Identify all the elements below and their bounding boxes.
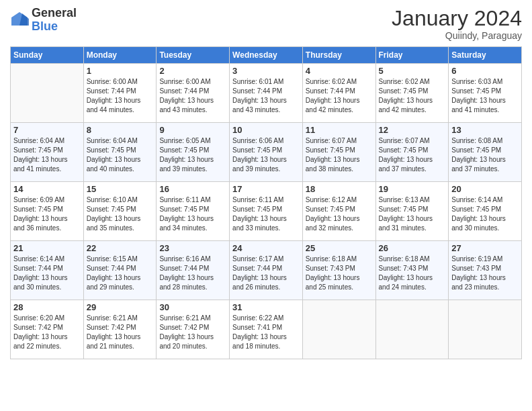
calendar-cell: 14Sunrise: 6:09 AMSunset: 7:45 PMDayligh… — [11, 182, 84, 241]
day-info: Sunrise: 6:22 AMSunset: 7:41 PMDaylight:… — [232, 314, 300, 351]
day-info: Sunrise: 6:10 AMSunset: 7:45 PMDaylight:… — [87, 195, 154, 233]
day-info: Sunrise: 6:11 AMSunset: 7:45 PMDaylight:… — [232, 195, 300, 233]
day-info: Sunrise: 6:06 AMSunset: 7:45 PMDaylight:… — [232, 136, 300, 174]
day-info: Sunrise: 6:11 AMSunset: 7:45 PMDaylight:… — [159, 195, 226, 233]
calendar-cell: 6Sunrise: 6:03 AMSunset: 7:45 PMDaylight… — [449, 64, 522, 123]
calendar-cell — [11, 64, 84, 123]
day-number: 30 — [159, 302, 226, 312]
calendar-cell: 16Sunrise: 6:11 AMSunset: 7:45 PMDayligh… — [157, 182, 230, 241]
calendar-cell: 2Sunrise: 6:00 AMSunset: 7:44 PMDaylight… — [157, 64, 230, 123]
calendar-cell: 12Sunrise: 6:07 AMSunset: 7:45 PMDayligh… — [375, 123, 449, 182]
day-number: 20 — [451, 184, 519, 194]
day-info: Sunrise: 6:21 AMSunset: 7:42 PMDaylight:… — [159, 314, 226, 351]
day-number: 7 — [13, 125, 81, 135]
day-number: 19 — [379, 184, 446, 194]
calendar-week-row: 21Sunrise: 6:14 AMSunset: 7:44 PMDayligh… — [11, 241, 522, 300]
calendar-cell: 19Sunrise: 6:13 AMSunset: 7:45 PMDayligh… — [375, 182, 449, 241]
day-info: Sunrise: 6:13 AMSunset: 7:45 PMDaylight:… — [379, 195, 446, 233]
logo-general: General — [32, 7, 77, 20]
day-info: Sunrise: 6:14 AMSunset: 7:45 PMDaylight:… — [451, 195, 519, 233]
day-number: 13 — [451, 125, 519, 135]
calendar-cell: 29Sunrise: 6:21 AMSunset: 7:42 PMDayligh… — [83, 300, 157, 359]
calendar-cell: 18Sunrise: 6:12 AMSunset: 7:45 PMDayligh… — [302, 182, 375, 241]
day-number: 27 — [451, 243, 519, 253]
day-number: 29 — [87, 302, 154, 312]
calendar-week-row: 7Sunrise: 6:04 AMSunset: 7:45 PMDaylight… — [11, 123, 522, 182]
calendar-cell: 5Sunrise: 6:02 AMSunset: 7:45 PMDaylight… — [375, 64, 449, 123]
calendar-cell: 28Sunrise: 6:20 AMSunset: 7:42 PMDayligh… — [11, 300, 84, 359]
day-number: 18 — [306, 184, 373, 194]
day-number: 6 — [451, 66, 519, 76]
calendar-week-row: 14Sunrise: 6:09 AMSunset: 7:45 PMDayligh… — [11, 182, 522, 241]
calendar-cell — [302, 300, 375, 359]
day-info: Sunrise: 6:07 AMSunset: 7:45 PMDaylight:… — [379, 136, 446, 174]
day-info: Sunrise: 6:07 AMSunset: 7:45 PMDaylight:… — [306, 136, 373, 174]
calendar-cell: 23Sunrise: 6:16 AMSunset: 7:44 PMDayligh… — [157, 241, 230, 300]
day-number: 22 — [87, 243, 154, 253]
day-info: Sunrise: 6:20 AMSunset: 7:42 PMDaylight:… — [13, 314, 81, 351]
month-title: January 2024 — [392, 7, 522, 30]
day-info: Sunrise: 6:18 AMSunset: 7:43 PMDaylight:… — [379, 255, 446, 292]
calendar-cell: 9Sunrise: 6:05 AMSunset: 7:45 PMDaylight… — [157, 123, 230, 182]
calendar-cell: 20Sunrise: 6:14 AMSunset: 7:45 PMDayligh… — [449, 182, 522, 241]
weekday-header-tuesday: Tuesday — [157, 47, 230, 64]
calendar-cell: 24Sunrise: 6:17 AMSunset: 7:44 PMDayligh… — [230, 241, 303, 300]
weekday-header-monday: Monday — [83, 47, 157, 64]
day-info: Sunrise: 6:15 AMSunset: 7:44 PMDaylight:… — [87, 255, 154, 292]
day-info: Sunrise: 6:01 AMSunset: 7:44 PMDaylight:… — [232, 77, 300, 115]
calendar-cell: 13Sunrise: 6:08 AMSunset: 7:45 PMDayligh… — [449, 123, 522, 182]
calendar-cell: 3Sunrise: 6:01 AMSunset: 7:44 PMDaylight… — [230, 64, 303, 123]
header: General Blue January 2024 Quiindy, Parag… — [10, 7, 522, 41]
day-number: 21 — [13, 243, 81, 253]
day-info: Sunrise: 6:17 AMSunset: 7:44 PMDaylight:… — [232, 255, 300, 292]
day-number: 25 — [306, 243, 373, 253]
day-number: 1 — [87, 66, 154, 76]
day-info: Sunrise: 6:14 AMSunset: 7:44 PMDaylight:… — [13, 255, 81, 292]
calendar-cell: 31Sunrise: 6:22 AMSunset: 7:41 PMDayligh… — [230, 300, 303, 359]
calendar-cell — [375, 300, 449, 359]
logo-icon — [10, 11, 29, 30]
day-info: Sunrise: 6:04 AMSunset: 7:45 PMDaylight:… — [13, 136, 81, 174]
calendar-cell: 26Sunrise: 6:18 AMSunset: 7:43 PMDayligh… — [375, 241, 449, 300]
day-info: Sunrise: 6:05 AMSunset: 7:45 PMDaylight:… — [159, 136, 226, 174]
day-info: Sunrise: 6:18 AMSunset: 7:43 PMDaylight:… — [306, 255, 373, 292]
calendar-cell: 17Sunrise: 6:11 AMSunset: 7:45 PMDayligh… — [230, 182, 303, 241]
day-info: Sunrise: 6:04 AMSunset: 7:45 PMDaylight:… — [87, 136, 154, 174]
day-info: Sunrise: 6:19 AMSunset: 7:43 PMDaylight:… — [451, 255, 519, 292]
calendar-cell: 25Sunrise: 6:18 AMSunset: 7:43 PMDayligh… — [302, 241, 375, 300]
calendar-week-row: 1Sunrise: 6:00 AMSunset: 7:44 PMDaylight… — [11, 64, 522, 123]
calendar-week-row: 28Sunrise: 6:20 AMSunset: 7:42 PMDayligh… — [11, 300, 522, 359]
calendar-cell: 21Sunrise: 6:14 AMSunset: 7:44 PMDayligh… — [11, 241, 84, 300]
weekday-header-wednesday: Wednesday — [230, 47, 303, 64]
weekday-header-thursday: Thursday — [302, 47, 375, 64]
day-number: 15 — [87, 184, 154, 194]
logo: General Blue — [10, 7, 77, 34]
calendar-cell: 30Sunrise: 6:21 AMSunset: 7:42 PMDayligh… — [157, 300, 230, 359]
day-info: Sunrise: 6:02 AMSunset: 7:44 PMDaylight:… — [306, 77, 373, 115]
logo-blue: Blue — [32, 20, 77, 34]
weekday-header-friday: Friday — [375, 47, 449, 64]
calendar-cell: 7Sunrise: 6:04 AMSunset: 7:45 PMDaylight… — [11, 123, 84, 182]
day-number: 17 — [232, 184, 300, 194]
day-number: 10 — [232, 125, 300, 135]
day-number: 23 — [159, 243, 226, 253]
day-number: 12 — [379, 125, 446, 135]
page: General Blue January 2024 Quiindy, Parag… — [0, 0, 532, 366]
day-info: Sunrise: 6:00 AMSunset: 7:44 PMDaylight:… — [87, 77, 154, 115]
calendar-cell: 10Sunrise: 6:06 AMSunset: 7:45 PMDayligh… — [230, 123, 303, 182]
day-number: 16 — [159, 184, 226, 194]
weekday-header-saturday: Saturday — [449, 47, 522, 64]
calendar-cell: 8Sunrise: 6:04 AMSunset: 7:45 PMDaylight… — [83, 123, 157, 182]
calendar-cell: 4Sunrise: 6:02 AMSunset: 7:44 PMDaylight… — [302, 64, 375, 123]
day-info: Sunrise: 6:09 AMSunset: 7:45 PMDaylight:… — [13, 195, 81, 233]
location: Quiindy, Paraguay — [392, 30, 522, 41]
weekday-header-sunday: Sunday — [11, 47, 84, 64]
day-number: 8 — [87, 125, 154, 135]
day-number: 24 — [232, 243, 300, 253]
calendar-cell: 1Sunrise: 6:00 AMSunset: 7:44 PMDaylight… — [83, 64, 157, 123]
day-info: Sunrise: 6:03 AMSunset: 7:45 PMDaylight:… — [451, 77, 519, 115]
day-info: Sunrise: 6:00 AMSunset: 7:44 PMDaylight:… — [159, 77, 226, 115]
day-number: 28 — [13, 302, 81, 312]
calendar-cell: 22Sunrise: 6:15 AMSunset: 7:44 PMDayligh… — [83, 241, 157, 300]
day-number: 9 — [159, 125, 226, 135]
